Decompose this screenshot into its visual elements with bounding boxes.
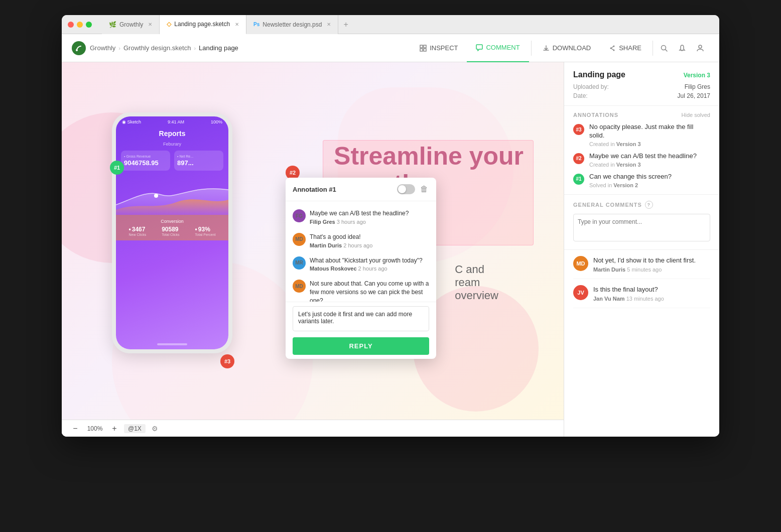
tab-close-2-icon[interactable]: ✕ <box>327 22 331 27</box>
reply-button[interactable]: REPLY <box>293 337 429 355</box>
minimize-button[interactable] <box>77 22 83 28</box>
user-icon <box>696 44 704 52</box>
comment-button[interactable]: COMMENT <box>467 34 529 62</box>
share-label: SHARE <box>619 44 641 52</box>
comment-item: FG Maybe we can A/B test the headline? F… <box>286 205 436 229</box>
gen-comment-avatar-jv: JV <box>573 285 588 300</box>
comment-body: Not sure about that. Can you come up wit… <box>310 280 429 302</box>
toggle-solved-button[interactable] <box>397 184 415 194</box>
canvas[interactable]: Streamline your growth C and ream overvi… <box>62 62 564 437</box>
comment-avatar: MD <box>293 233 306 246</box>
annotations-section: ANNOTATIONS Hide solved #3 No opacity pl… <box>564 106 719 195</box>
inspect-button[interactable]: INSPECT <box>411 34 467 62</box>
reply-input[interactable]: Let's just code it first and we can add … <box>293 306 429 331</box>
delete-annotation-button[interactable]: 🗑 <box>419 184 429 195</box>
breadcrumb-design[interactable]: Growthly design.sketch <box>123 44 191 52</box>
svg-line-11 <box>666 49 668 51</box>
bell-icon <box>678 44 686 52</box>
zoom-level: 100% <box>85 425 105 432</box>
annotation-item-3[interactable]: #3 No opacity please. Just make the fill… <box>573 123 710 147</box>
search-icon <box>660 44 668 52</box>
svg-rect-1 <box>420 45 423 48</box>
svg-point-12 <box>699 45 702 48</box>
notifications-button[interactable] <box>673 39 691 57</box>
download-label: DOWNLOAD <box>553 44 591 52</box>
annotation-text-1: Can we change this screen? <box>589 173 710 181</box>
download-button[interactable]: DOWNLOAD <box>534 34 600 62</box>
annotation-marker-1[interactable]: #1 <box>110 161 124 175</box>
tab-close-active-icon[interactable]: ✕ <box>235 22 239 27</box>
settings-button[interactable]: ⚙ <box>150 423 161 434</box>
comment-avatar: MD <box>293 280 306 293</box>
bottom-bar: − 100% + @1X ⚙ <box>62 420 564 437</box>
phone-gross-revenue: • Gross Revenue 9046758.95 <box>121 151 170 171</box>
right-panel-header: Landing page Version 3 Uploaded by: Fili… <box>564 62 719 106</box>
comment-avatar: MR <box>293 256 306 270</box>
right-panel: Landing page Version 3 Uploaded by: Fili… <box>564 62 719 437</box>
svg-rect-4 <box>424 49 426 51</box>
comment-item: MR What about "Kickstart your growth tod… <box>286 252 436 276</box>
new-tab-button[interactable]: + <box>338 20 353 29</box>
tab-close-icon[interactable]: ✕ <box>148 22 152 27</box>
tab-label: Landing page.sketch <box>174 21 230 28</box>
general-comment-input[interactable] <box>573 214 710 241</box>
comment-text: That's a good idea! <box>310 233 429 241</box>
annotation-badge-2: #2 <box>573 153 584 164</box>
general-comment-list: MD Not yet, I'd show it to the client fi… <box>564 250 719 437</box>
comment-text: Maybe we can A/B test the headline? <box>310 209 429 218</box>
phone-date: Feburary <box>116 142 228 147</box>
share-button[interactable]: SHARE <box>600 34 650 62</box>
tab-label: Growthly <box>119 21 143 28</box>
toggle-knob <box>398 185 406 193</box>
general-comment-item: MD Not yet, I'd show it to the client fi… <box>573 250 710 279</box>
zoom-out-button[interactable]: − <box>70 423 81 434</box>
phone-screen: ◉ Sketch 9:41 AM 100% Reports Feburary •… <box>116 116 228 349</box>
hide-solved-button[interactable]: Hide solved <box>682 112 710 118</box>
tab-newsletter[interactable]: Ps Newsletter design.psd ✕ <box>246 15 338 34</box>
gen-comment-text: Not yet, I'd show it to the client first… <box>593 256 710 265</box>
app-logo <box>72 41 86 55</box>
breadcrumb-growthly[interactable]: Growthly <box>90 44 115 52</box>
annotation-item-2[interactable]: #2 Maybe we can A/B test the headline? C… <box>573 152 710 168</box>
svg-rect-3 <box>420 49 423 51</box>
general-comments-help[interactable]: ? <box>645 201 653 209</box>
annotation-list: #3 No opacity please. Just make the fill… <box>573 123 710 188</box>
comment-body: That's a good idea! Martin Duris 2 hours… <box>310 233 429 248</box>
phone-chart <box>116 175 228 215</box>
comment-icon <box>476 44 483 51</box>
breadcrumb: Growthly › Growthly design.sketch › Land… <box>90 44 238 52</box>
tab-growthly[interactable]: 🌿 Growthly ✕ <box>102 15 160 34</box>
popup-comments-list: FG Maybe we can A/B test the headline? F… <box>286 201 436 302</box>
phone-title: Reports <box>116 127 228 142</box>
search-button[interactable] <box>655 39 673 57</box>
annotation-text-3: No opacity please. Just make the fill so… <box>589 123 710 140</box>
tab-label: Newsletter design.psd <box>263 21 322 28</box>
zoom-in-button[interactable]: + <box>109 423 120 434</box>
user-button[interactable] <box>691 39 709 57</box>
popup-input-area: Let's just code it first and we can add … <box>286 302 436 359</box>
tabs-bar: 🌿 Growthly ✕ ◇ Landing page.sketch ✕ Ps … <box>102 15 353 34</box>
version-label: Version 3 <box>684 72 710 79</box>
close-button[interactable] <box>68 22 74 28</box>
maximize-button[interactable] <box>86 22 92 28</box>
comment-item: MD That's a good idea! Martin Duris 2 ho… <box>286 229 436 252</box>
popup-actions: 🗑 <box>397 184 429 195</box>
share-icon <box>609 45 616 52</box>
breadcrumb-chevron-1: › <box>118 45 120 51</box>
annotation-marker-3[interactable]: #3 <box>220 354 234 368</box>
breadcrumb-chevron-2: › <box>194 45 196 51</box>
svg-rect-2 <box>424 45 426 48</box>
annotation-item-1[interactable]: #1 Can we change this screen? Solved in … <box>573 173 710 188</box>
download-icon <box>543 45 550 52</box>
annotation-badge-1: #1 <box>573 174 584 185</box>
comment-text: Not sure about that. Can you come up wit… <box>310 280 429 302</box>
tab-sketch-icon: ◇ <box>167 21 171 28</box>
page-title: Landing page <box>573 70 625 79</box>
popup-title: Annotation #1 <box>293 186 336 193</box>
annotation-popup: Annotation #1 🗑 FG <box>286 178 436 359</box>
phone-stats: • Gross Revenue 9046758.95 • Net Re... 8… <box>116 151 228 175</box>
svg-line-9 <box>611 48 614 50</box>
tab-landing-page[interactable]: ◇ Landing page.sketch ✕ <box>160 15 246 34</box>
popup-header: Annotation #1 🗑 <box>286 178 436 201</box>
svg-point-0 <box>76 49 78 51</box>
